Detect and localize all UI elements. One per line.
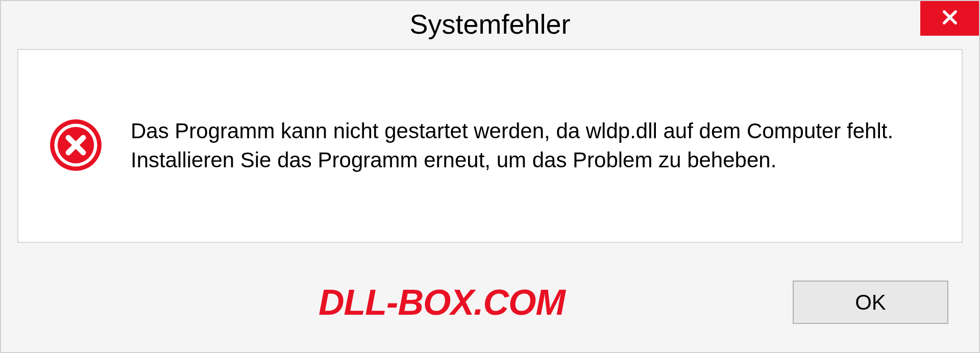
error-dialog: Systemfehler Das Programm kann nicht ges… xyxy=(0,0,980,353)
error-message: Das Programm kann nicht gestartet werden… xyxy=(131,117,912,174)
close-icon xyxy=(940,8,960,29)
ok-button[interactable]: OK xyxy=(793,281,948,324)
content-area: Das Programm kann nicht gestartet werden… xyxy=(17,49,963,243)
watermark-text: DLL-BOX.COM xyxy=(318,282,565,323)
close-button[interactable] xyxy=(920,1,979,36)
dialog-title: Systemfehler xyxy=(409,8,570,40)
titlebar: Systemfehler xyxy=(1,1,979,47)
dialog-footer: DLL-BOX.COM OK xyxy=(1,253,979,352)
error-icon xyxy=(49,118,103,174)
